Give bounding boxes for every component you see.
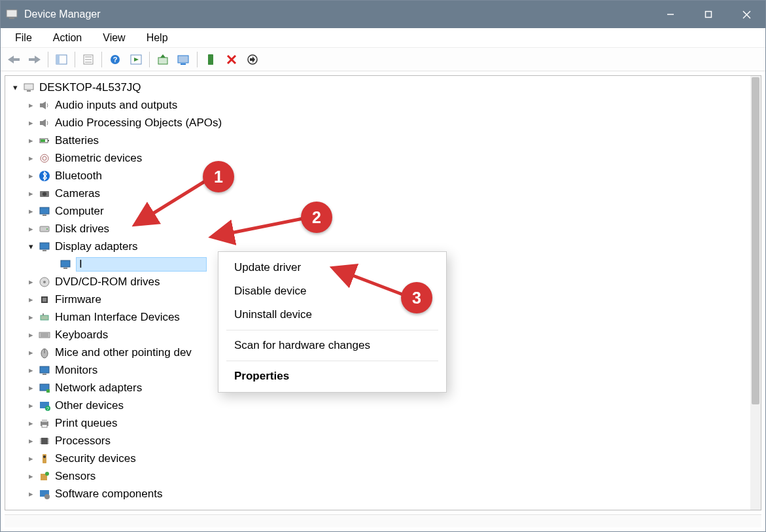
menu-file[interactable]: File bbox=[6, 29, 41, 46]
update-driver-button[interactable] bbox=[153, 50, 173, 69]
tree-node-audio-inputs-and-outputs[interactable]: Audio inputs and outputs bbox=[5, 96, 750, 114]
expand-chevron-icon[interactable] bbox=[26, 153, 35, 163]
tree-node-disk-drives[interactable]: Disk drives bbox=[5, 220, 750, 238]
tree-node-security-devices[interactable]: Security devices bbox=[5, 450, 750, 467]
tree-node-audio-processing-objects-apos-[interactable]: Audio Processing Objects (APOs) bbox=[5, 114, 750, 132]
expand-chevron-icon[interactable] bbox=[26, 171, 35, 181]
monitor-icon bbox=[38, 205, 51, 218]
tree-node-cameras[interactable]: Cameras bbox=[5, 185, 750, 202]
expand-chevron-icon[interactable] bbox=[26, 294, 35, 304]
context-menu: Update driverDisable deviceUninstall dev… bbox=[218, 251, 447, 393]
menu-view[interactable]: View bbox=[94, 29, 134, 46]
scrollbar-thumb[interactable] bbox=[752, 77, 759, 404]
expand-chevron-icon[interactable] bbox=[26, 383, 35, 393]
svg-point-45 bbox=[46, 228, 48, 230]
tree-node-label: Batteries bbox=[55, 134, 99, 147]
tree-node-batteries[interactable]: Batteries bbox=[5, 132, 750, 149]
expand-chevron-icon[interactable] bbox=[26, 365, 35, 375]
tree-node-computer[interactable]: Computer bbox=[5, 202, 750, 220]
expand-chevron-icon[interactable] bbox=[26, 224, 35, 234]
tree-node-label: Audio Processing Objects (APOs) bbox=[55, 116, 222, 130]
context-menu-item-update-driver[interactable]: Update driver bbox=[218, 256, 446, 279]
svg-rect-72 bbox=[41, 438, 48, 444]
expand-chevron-icon[interactable] bbox=[26, 400, 35, 410]
expand-chevron-icon[interactable] bbox=[26, 100, 35, 110]
toolbar-sep bbox=[197, 52, 198, 67]
properties-button[interactable] bbox=[78, 50, 98, 69]
speaker-icon bbox=[38, 99, 51, 112]
tree-node-bluetooth[interactable]: Bluetooth bbox=[5, 167, 750, 185]
tree-node-biometric-devices[interactable]: Biometric devices bbox=[5, 149, 750, 167]
uninstall-device-button[interactable] bbox=[222, 50, 241, 69]
svg-point-80 bbox=[43, 455, 46, 458]
minimize-button[interactable] bbox=[652, 1, 689, 28]
toolbar-sep bbox=[75, 52, 75, 67]
menu-help[interactable]: Help bbox=[137, 29, 177, 46]
tree-node-software-components[interactable]: Software components bbox=[5, 485, 750, 503]
maximize-button[interactable] bbox=[689, 1, 727, 28]
action-button[interactable] bbox=[126, 50, 146, 69]
context-menu-item-properties[interactable]: Properties bbox=[218, 364, 446, 388]
app-icon bbox=[5, 7, 19, 22]
expand-chevron-icon[interactable] bbox=[26, 277, 35, 287]
svg-rect-0 bbox=[7, 10, 17, 17]
other-icon: ? bbox=[38, 399, 51, 412]
expand-chevron-icon[interactable] bbox=[26, 188, 35, 198]
expand-chevron-icon[interactable] bbox=[26, 206, 35, 216]
expand-chevron-icon[interactable] bbox=[26, 489, 35, 499]
tree-node-label: Biometric devices bbox=[55, 152, 142, 165]
expand-chevron-icon[interactable] bbox=[26, 330, 35, 340]
svg-marker-17 bbox=[134, 58, 139, 62]
tree-node-label: Human Interface Devices bbox=[55, 311, 180, 324]
show-hide-console-tree-button[interactable] bbox=[52, 50, 71, 69]
device-manager-window: Device Manager File Action View Help ? bbox=[0, 0, 766, 532]
back-button[interactable] bbox=[4, 50, 24, 69]
enable-device-button[interactable] bbox=[201, 50, 220, 69]
svg-point-37 bbox=[41, 154, 48, 162]
menu-action[interactable]: Action bbox=[44, 29, 91, 46]
expand-chevron-icon[interactable] bbox=[26, 135, 35, 145]
svg-rect-20 bbox=[178, 56, 188, 63]
forward-button[interactable] bbox=[25, 50, 44, 69]
expand-chevron-icon[interactable] bbox=[26, 347, 35, 357]
bluetooth-icon bbox=[38, 169, 51, 183]
tree-node-label: Firmware bbox=[55, 293, 101, 306]
scan-hardware-button[interactable] bbox=[174, 50, 194, 69]
svg-rect-42 bbox=[40, 207, 49, 214]
tree-node-sensors[interactable]: Sensors bbox=[5, 467, 750, 485]
svg-rect-71 bbox=[42, 425, 47, 427]
window-controls bbox=[652, 1, 765, 28]
expand-chevron-icon[interactable] bbox=[26, 471, 35, 481]
tree-node-label: Display adapters bbox=[55, 240, 138, 253]
close-button[interactable] bbox=[727, 1, 765, 28]
monitor-icon bbox=[38, 240, 51, 253]
vertical-scrollbar[interactable] bbox=[750, 76, 761, 510]
help-button[interactable]: ? bbox=[105, 50, 125, 69]
expand-chevron-icon[interactable] bbox=[26, 118, 35, 128]
tree-node-other-devices[interactable]: ?Other devices bbox=[5, 397, 750, 414]
expand-chevron-icon[interactable] bbox=[26, 418, 35, 428]
svg-marker-19 bbox=[160, 54, 165, 58]
titlebar: Device Manager bbox=[1, 1, 765, 28]
tree-root-node[interactable]: DESKTOP-4L537JQ bbox=[5, 79, 750, 96]
disable-device-button[interactable] bbox=[243, 50, 262, 69]
svg-rect-55 bbox=[43, 313, 44, 315]
expand-chevron-icon[interactable] bbox=[26, 453, 35, 463]
tree-node-print-queues[interactable]: Print queues bbox=[5, 414, 750, 432]
svg-rect-21 bbox=[181, 63, 186, 65]
expand-chevron-icon[interactable] bbox=[26, 312, 35, 322]
svg-point-38 bbox=[43, 156, 46, 160]
annotation-badge-1: 1 bbox=[203, 161, 234, 192]
expand-chevron-icon[interactable] bbox=[26, 436, 35, 446]
svg-rect-29 bbox=[27, 90, 31, 92]
tree-node-processors[interactable]: Processors bbox=[5, 432, 750, 450]
svg-rect-63 bbox=[43, 374, 46, 375]
battery-icon bbox=[38, 134, 51, 147]
context-menu-item-scan-for-hardware-changes[interactable]: Scan for hardware changes bbox=[218, 334, 446, 357]
svg-marker-7 bbox=[29, 56, 41, 63]
tree-node-label: DVD/CD-ROM drives bbox=[55, 275, 160, 289]
expand-chevron-icon[interactable] bbox=[10, 82, 20, 92]
expand-chevron-icon[interactable] bbox=[26, 241, 35, 251]
tree-node-label: Processors bbox=[55, 434, 111, 448]
monitor-icon bbox=[59, 258, 72, 271]
